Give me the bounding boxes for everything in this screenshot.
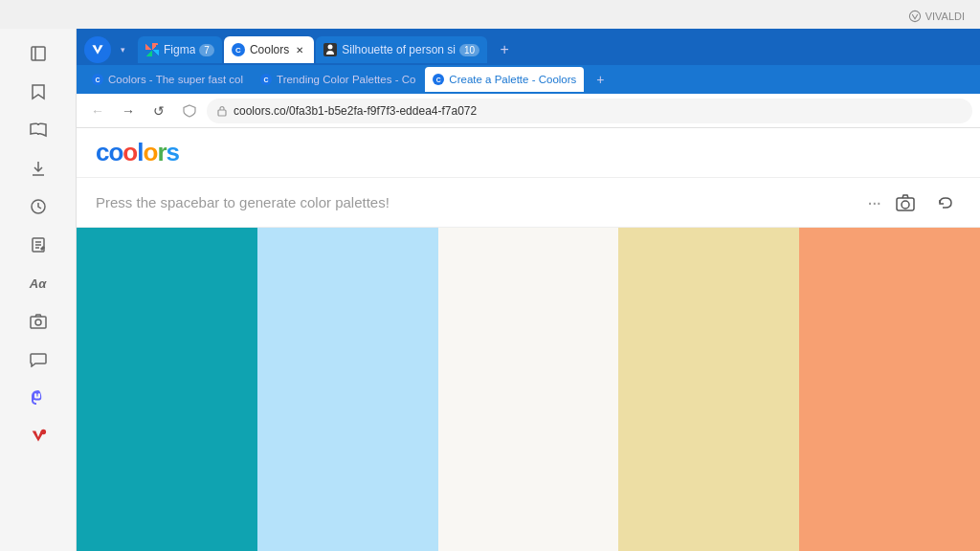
tab-dropdown-arrow[interactable]: ▾ bbox=[115, 38, 130, 61]
subtab-coolors-super[interactable]: C Coolors - The super fast col bbox=[84, 67, 251, 92]
vivaldi-brand: VIVALDI bbox=[908, 10, 965, 23]
tab-figma[interactable]: Figma 7 bbox=[138, 36, 222, 63]
page-content: coolors Press the spacebar to generate c… bbox=[77, 128, 980, 551]
coolors-header: coolors bbox=[77, 128, 980, 178]
new-tab-button[interactable]: + bbox=[493, 38, 516, 61]
forward-button[interactable]: → bbox=[115, 98, 142, 124]
svg-rect-9 bbox=[31, 317, 46, 328]
tab-silhouette-label: Silhouette of person si bbox=[342, 43, 456, 56]
color-swatch-3[interactable] bbox=[438, 228, 619, 551]
subtab-create-palette[interactable]: C Create a Palette - Coolors bbox=[425, 67, 584, 92]
url-text: coolors.co/0fa3b1-b5e2fa-f9f7f3-eddea4-f… bbox=[234, 104, 477, 118]
tab-bar-row1: ▾ Figma 7 C Coolors ✕ bbox=[77, 29, 980, 65]
tab-coolors[interactable]: C Coolors ✕ bbox=[224, 36, 314, 63]
color-swatch-2[interactable] bbox=[257, 228, 438, 551]
coolors-logo: coolors bbox=[96, 138, 179, 167]
spacebar-hint-text: Press the spacebar to generate color pal… bbox=[96, 194, 859, 210]
browser-window: ▾ Figma 7 C Coolors ✕ bbox=[77, 29, 980, 551]
browser-sidebar: Aα bbox=[0, 29, 77, 551]
back-button[interactable]: ← bbox=[84, 98, 111, 124]
svg-rect-1 bbox=[32, 47, 45, 60]
history-icon[interactable] bbox=[21, 189, 56, 224]
subtab-trending-favicon: C bbox=[260, 74, 272, 85]
reading-icon[interactable] bbox=[21, 113, 56, 147]
capture-icon[interactable] bbox=[21, 304, 56, 339]
panel-layout-icon[interactable] bbox=[21, 36, 56, 71]
subtab-coolors-super-favicon: C bbox=[92, 74, 103, 85]
reload-button[interactable]: ↺ bbox=[145, 98, 172, 124]
figma-favicon bbox=[145, 43, 159, 56]
shield-button[interactable] bbox=[176, 98, 203, 124]
subtab-create-label: Create a Palette - Coolors bbox=[449, 74, 576, 85]
tab-bar-row2: C Coolors - The super fast col C Trendin… bbox=[77, 65, 980, 94]
translate-icon[interactable]: Aα bbox=[21, 266, 56, 300]
silhouette-favicon bbox=[323, 43, 337, 56]
more-options-button[interactable]: ··· bbox=[867, 191, 880, 213]
svg-rect-13 bbox=[218, 110, 226, 116]
tab-figma-label: Figma bbox=[164, 43, 195, 56]
svg-point-10 bbox=[35, 320, 41, 325]
lock-icon bbox=[216, 105, 228, 117]
undo-button[interactable] bbox=[930, 187, 961, 218]
tab-coolors-label: Coolors bbox=[250, 43, 289, 56]
subtab-coolors-super-label: Coolors - The super fast col bbox=[108, 74, 243, 85]
svg-point-12 bbox=[328, 45, 333, 50]
tab-figma-badge: 7 bbox=[199, 44, 214, 56]
vivaldi-menu-button[interactable] bbox=[84, 36, 111, 63]
notes-icon[interactable] bbox=[21, 228, 56, 262]
spacebar-actions: ··· bbox=[867, 187, 961, 218]
tab-coolors-close[interactable]: ✕ bbox=[293, 43, 306, 56]
camera-button[interactable] bbox=[890, 187, 921, 218]
address-bar[interactable]: coolors.co/0fa3b1-b5e2fa-f9f7f3-eddea4-f… bbox=[207, 99, 972, 123]
svg-point-11 bbox=[40, 430, 45, 434]
bookmark-icon[interactable] bbox=[21, 75, 56, 109]
download-icon[interactable] bbox=[21, 151, 56, 186]
svg-point-0 bbox=[909, 11, 920, 21]
coolors-favicon: C bbox=[232, 43, 245, 56]
nav-bar: ← → ↺ coolors.co/0fa3b1-b5e2fa-f9f7f3-ed… bbox=[77, 94, 980, 128]
palette-area bbox=[77, 228, 980, 551]
tab-silhouette-badge: 10 bbox=[459, 44, 479, 56]
mastodon-icon[interactable] bbox=[21, 381, 56, 415]
subtab-trending-label: Trending Color Palettes - Co bbox=[277, 74, 415, 85]
spacebar-bar: Press the spacebar to generate color pal… bbox=[77, 178, 980, 228]
color-swatch-1[interactable] bbox=[77, 228, 257, 551]
vivaldi-sidebar-icon[interactable] bbox=[21, 419, 56, 453]
tab-silhouette[interactable]: Silhouette of person si 10 bbox=[316, 36, 487, 63]
svg-point-15 bbox=[902, 201, 909, 209]
color-swatch-4[interactable] bbox=[618, 228, 799, 551]
chat-icon[interactable] bbox=[21, 342, 56, 377]
subtab-trending[interactable]: C Trending Color Palettes - Co bbox=[253, 67, 423, 92]
new-subtab-button[interactable]: + bbox=[590, 69, 611, 90]
subtab-create-favicon: C bbox=[433, 74, 444, 85]
color-swatch-5[interactable] bbox=[799, 228, 980, 551]
